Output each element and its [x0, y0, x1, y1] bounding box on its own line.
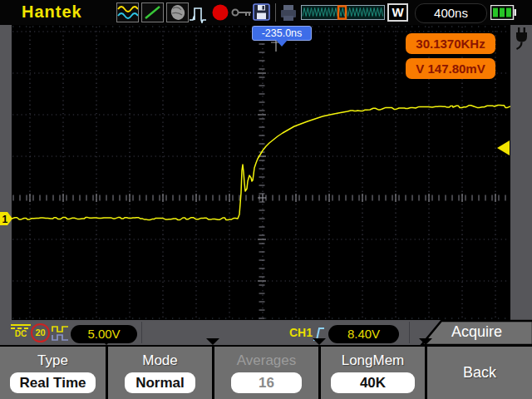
menu-item-label: Type: [0, 351, 106, 371]
power-plug-icon: [515, 27, 530, 51]
softkey-notch: [313, 338, 326, 345]
status-divider: [141, 322, 142, 343]
battery-icon: [490, 5, 516, 20]
measurement-voltage: V 147.80mV: [406, 58, 495, 79]
menu-item-label: Back: [463, 364, 496, 382]
memory-window-bar[interactable]: [301, 5, 385, 20]
softkey-menu: Type Real Time Mode Normal Averages 16 L…: [0, 345, 532, 399]
softkey-notch: [419, 338, 432, 345]
print-icon[interactable]: [279, 4, 298, 22]
menu-item-value[interactable]: Normal: [125, 372, 195, 393]
trigger-level-readout[interactable]: 8.40V: [328, 325, 399, 343]
menu-item-type[interactable]: Type Real Time: [0, 347, 106, 399]
brand-logo: Hantek: [22, 2, 82, 22]
softkey-notch: [206, 338, 219, 345]
save-icon[interactable]: [253, 3, 270, 21]
menu-item-mode[interactable]: Mode Normal: [108, 347, 212, 399]
record-icon[interactable]: [211, 3, 229, 22]
status-divider: [409, 322, 410, 343]
channel1-level-marker[interactable]: 1: [0, 210, 13, 227]
trigger-level-marker[interactable]: [496, 140, 510, 156]
menu-item-label: LongMem: [321, 351, 425, 371]
trigger-source-label: CH1: [289, 326, 313, 339]
menu-item-label: Averages: [214, 351, 318, 371]
coupling-dc-icon: DC: [11, 324, 31, 337]
topbar-divider: [275, 3, 276, 22]
top-bar: Hantek: [0, 0, 532, 25]
menu-item-value[interactable]: Real Time: [10, 372, 96, 393]
menu-item-value[interactable]: 40K: [331, 372, 415, 393]
pulse-icon[interactable]: [189, 2, 210, 23]
menu-item-back[interactable]: Back: [427, 347, 532, 399]
key-icon[interactable]: [231, 6, 253, 19]
hand-icon[interactable]: [166, 2, 189, 22]
menu-item-longmem[interactable]: LongMem 40K: [321, 347, 425, 399]
invert-waveform-icon: [52, 324, 71, 342]
timebase-readout[interactable]: 400ns: [415, 3, 487, 23]
menu-title: Acquire: [421, 323, 532, 341]
softkey-notch: [100, 338, 113, 345]
channel1-number: 1: [2, 214, 8, 225]
line-icon[interactable]: [141, 2, 164, 22]
menu-item-averages: Averages 16: [214, 347, 318, 399]
menu-item-value: 16: [231, 372, 302, 393]
window-mode-badge[interactable]: W: [387, 3, 408, 22]
bandwidth-limit-badge: 20: [31, 323, 50, 342]
trigger-position-flag[interactable]: -235.0ns: [252, 26, 312, 41]
measurement-frequency: 30.1370KHz: [406, 33, 495, 54]
coupling-label: DC: [15, 329, 27, 338]
channels-waveform-icon[interactable]: [116, 2, 139, 22]
screen-left-frame: [0, 25, 12, 320]
screen-right-frame: [510, 25, 532, 320]
menu-item-label: Mode: [108, 351, 212, 371]
